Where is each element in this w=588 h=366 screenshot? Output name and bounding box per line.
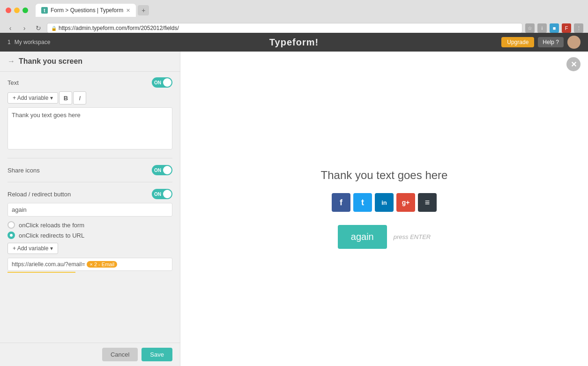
url-variable-tag[interactable]: × 2 - Email	[87, 261, 117, 268]
minimize-traffic-light[interactable]	[14, 7, 20, 13]
share-icons-row: Share icons ON	[7, 165, 172, 175]
tab-favicon: t	[41, 7, 48, 14]
menu-icon[interactable]: ⋮	[574, 23, 583, 33]
facebook-share-button[interactable]: f	[332, 193, 350, 212]
url-underline	[7, 272, 75, 273]
google-plus-share-button[interactable]: g+	[396, 193, 415, 212]
user-avatar[interactable]	[567, 36, 581, 49]
url-tag-text: × 2 - Email	[89, 261, 114, 267]
panel-footer: Cancel Save	[0, 343, 180, 366]
url-text: https://admin.typeform.com/form/2052012/…	[59, 25, 179, 31]
save-button[interactable]: Save	[141, 348, 172, 361]
text-toggle-switch[interactable]: ON	[152, 77, 172, 88]
right-preview: ✕ Thank you text goes here f t in g+ ≡ a…	[180, 52, 588, 366]
close-traffic-light[interactable]	[6, 7, 11, 13]
left-panel: → Thank you screen Text ON + A	[0, 52, 180, 366]
active-tab[interactable]: t Form > Questions | Typeform ✕	[36, 4, 136, 17]
star-icon[interactable]: ☆	[525, 23, 535, 33]
social-icons-row: f t in g+ ≡	[332, 193, 437, 212]
reload-toggle-knob	[163, 190, 171, 198]
panel-title: Thank you screen	[19, 57, 82, 66]
url-input-field[interactable]: https://arielle.com.au/?email= × 2 - Ema…	[7, 258, 172, 271]
app-header-left: 1 My workspace	[7, 39, 50, 45]
onclick-redirect-label: onClick redirects to URL	[19, 232, 84, 239]
lock-icon: 🔒	[51, 26, 57, 31]
browser-titlebar: t Form > Questions | Typeform ✕ +	[0, 0, 588, 21]
text-toggle-knob	[163, 78, 171, 87]
panel-arrow-icon: →	[7, 57, 15, 66]
linkedin-share-button[interactable]: in	[375, 193, 394, 212]
extension-icon[interactable]: ■	[550, 23, 559, 33]
tab-close-button[interactable]: ✕	[126, 7, 130, 14]
press-enter-hint: press ENTER	[394, 233, 431, 240]
share-toggle-knob	[163, 166, 171, 174]
new-tab-button[interactable]: +	[138, 5, 149, 15]
reload-toggle-switch[interactable]: ON	[152, 189, 172, 199]
buffer-share-button[interactable]: ≡	[418, 193, 437, 212]
onclick-reload-label: onClick reloads the form	[19, 222, 84, 229]
f-icon[interactable]: F	[562, 23, 571, 33]
back-button[interactable]: ‹	[5, 22, 16, 34]
tab-title: Form > Questions | Typeform	[51, 7, 123, 14]
text-editor[interactable]: Thank you text goes here	[7, 107, 172, 149]
redirect-dropdown-chevron-icon: ▾	[50, 245, 53, 252]
preview-thank-you-text: Thank you text goes here	[321, 169, 448, 182]
onclick-reload-option[interactable]: onClick reloads the form	[7, 221, 172, 229]
app-header-right: Upgrade Help ?	[501, 36, 581, 49]
info-icon[interactable]: i	[537, 23, 547, 33]
share-icons-label: Share icons	[7, 167, 40, 174]
help-button[interactable]: Help ?	[538, 37, 564, 47]
again-button[interactable]: again	[338, 225, 387, 249]
section-divider-2	[7, 182, 172, 182]
tab-bar: t Form > Questions | Typeform ✕ +	[36, 4, 582, 17]
redirect-add-variable-button[interactable]: + Add variable ▾	[7, 243, 58, 254]
again-area: again press ENTER	[338, 225, 431, 249]
cancel-button[interactable]: Cancel	[102, 348, 138, 361]
section-divider-1	[7, 158, 172, 158]
bold-button[interactable]: B	[59, 91, 72, 105]
text-label: Text	[7, 79, 19, 86]
app-background: 1 My workspace Typeform! Upgrade Help ? …	[0, 33, 588, 366]
reload-redirect-label: Reload / redirect button	[7, 191, 71, 198]
maximize-traffic-light[interactable]	[22, 7, 28, 13]
upgrade-button[interactable]: Upgrade	[501, 37, 534, 47]
app-header: 1 My workspace Typeform! Upgrade Help ?	[0, 33, 588, 52]
workspace-number: 1	[7, 39, 11, 45]
panel-body: Text ON + Add variable ▾ B	[0, 72, 180, 343]
url-prefix-text: https://arielle.com.au/?email=	[12, 261, 85, 268]
nav-icons: ☆ i ■ F ⋮	[525, 23, 583, 33]
panel-header: → Thank you screen	[0, 52, 180, 72]
redirect-toolbar: + Add variable ▾	[7, 243, 172, 254]
onclick-redirect-radio[interactable]	[7, 232, 15, 239]
share-toggle[interactable]: ON	[152, 165, 172, 175]
text-toggle[interactable]: ON	[152, 77, 172, 88]
close-button[interactable]: ✕	[566, 57, 581, 71]
app-title: Typeform!	[269, 37, 319, 48]
overlay-container: → Thank you screen Text ON + A	[0, 52, 588, 366]
italic-button[interactable]: I	[73, 91, 86, 105]
share-toggle-on-label: ON	[154, 168, 161, 173]
text-toggle-on-label: ON	[154, 80, 161, 85]
reload-toggle[interactable]: ON	[152, 189, 172, 199]
share-toggle-switch[interactable]: ON	[152, 165, 172, 175]
button-text-input[interactable]	[7, 203, 172, 217]
twitter-share-button[interactable]: t	[353, 193, 372, 212]
add-variable-button[interactable]: + Add variable ▾	[7, 92, 58, 104]
browser-chrome: t Form > Questions | Typeform ✕ + ‹ › ↻ …	[0, 0, 588, 36]
editor-toolbar: + Add variable ▾ B I	[7, 91, 172, 105]
traffic-lights	[6, 7, 28, 13]
reload-toggle-on-label: ON	[154, 192, 161, 197]
dropdown-chevron-icon: ▾	[50, 95, 53, 101]
refresh-button[interactable]: ↻	[33, 22, 44, 34]
text-field-row: Text ON	[7, 77, 172, 88]
forward-button[interactable]: ›	[19, 22, 30, 34]
workspace-label: My workspace	[15, 39, 51, 45]
reload-redirect-row: Reload / redirect button ON	[7, 189, 172, 199]
onclick-redirect-option[interactable]: onClick redirects to URL	[7, 232, 172, 239]
url-bar[interactable]: 🔒 https://admin.typeform.com/form/205201…	[47, 23, 522, 33]
onclick-reload-radio[interactable]	[7, 221, 15, 229]
